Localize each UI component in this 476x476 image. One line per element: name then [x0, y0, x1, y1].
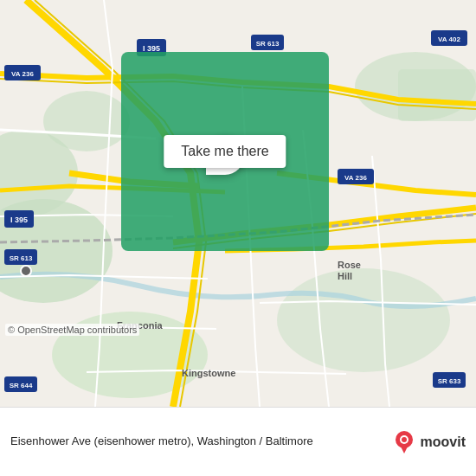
copyright-text: © OpenStreetMap contributors	[5, 324, 139, 336]
svg-text:Kingstowne: Kingstowne	[182, 368, 235, 378]
svg-marker-32	[400, 445, 408, 453]
moovit-label: moovit	[421, 434, 466, 450]
svg-text:VA 236: VA 236	[11, 70, 34, 78]
svg-point-34	[402, 437, 407, 442]
moovit-icon	[391, 429, 417, 455]
map-overlay: Take me there	[121, 52, 329, 251]
svg-text:SR 613: SR 613	[256, 40, 280, 48]
svg-text:VA 402: VA 402	[438, 35, 460, 43]
svg-text:I 395: I 395	[10, 215, 28, 224]
take-me-there-button[interactable]: Take me there	[164, 135, 286, 168]
svg-point-7	[43, 91, 130, 151]
svg-text:VA 236: VA 236	[344, 174, 367, 182]
svg-point-30	[21, 266, 31, 276]
map-container: I 395 VA 236 SR 613 VA 402 I 395 SR 613 …	[0, 0, 476, 407]
bottom-bar: Eisenhower Ave (eisenhower metro), Washi…	[0, 407, 476, 476]
svg-text:SR 633: SR 633	[438, 377, 461, 385]
moovit-logo: moovit	[391, 429, 466, 455]
svg-text:SR 644: SR 644	[10, 382, 33, 389]
svg-rect-4	[398, 69, 476, 121]
svg-point-6	[277, 268, 450, 372]
location-description: Eisenhower Ave (eisenhower metro), Washi…	[10, 434, 383, 449]
svg-text:SR 613: SR 613	[10, 254, 33, 262]
svg-text:Hill: Hill	[338, 271, 352, 281]
svg-text:Rose: Rose	[338, 260, 361, 270]
